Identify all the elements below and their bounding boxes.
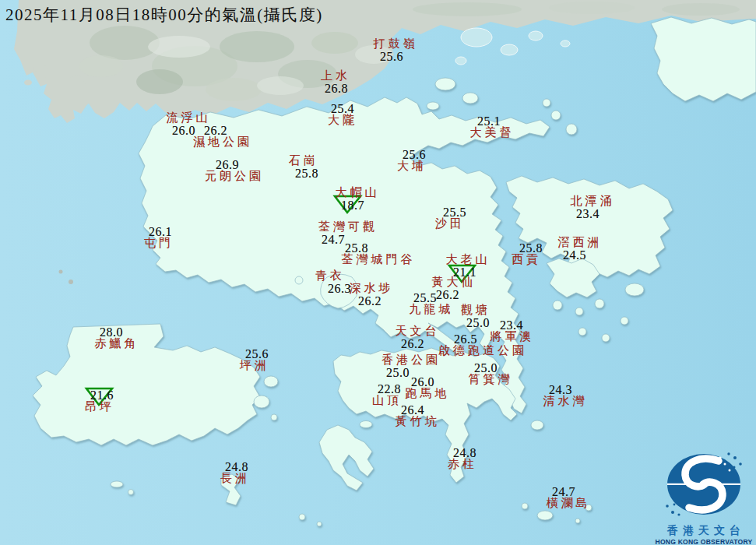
station: 25.8荃灣城門谷 (342, 242, 416, 266)
station-value: 26.2 (186, 125, 245, 137)
station: 25.8西貢 (512, 242, 541, 266)
station-value: 26.9 (198, 159, 257, 171)
station-label: 清水灣 (543, 396, 588, 408)
station-value: 22.8 (374, 383, 404, 396)
station: 24.7橫瀾島 (547, 486, 591, 510)
station-value: 25.6 (242, 348, 272, 360)
station-value: 18.7 (331, 199, 375, 212)
station: 大帽山18.7 (336, 187, 380, 211)
station: 25.6大埔 (397, 149, 427, 173)
station-label: 橫瀾島 (547, 498, 591, 510)
stations-layer: 打鼓嶺25.6上水26.825.4大隴流浮山26.026.2濕地公園26.9元朗… (0, 0, 756, 545)
station-label: 赤鱲角 (95, 338, 139, 350)
station-label: 啟德跑道公園 (438, 345, 527, 357)
station-label: 流浮山 (167, 112, 211, 125)
station: 25.4大隴 (328, 103, 357, 127)
map-title: 2025年11月08日18時00分的氣溫(攝氏度) (5, 4, 323, 26)
station-label: 荃灣城門谷 (342, 254, 416, 266)
station: 青衣26.3 (315, 270, 345, 294)
station-label: 黃竹坑 (396, 416, 440, 428)
station-label: 大隴 (328, 114, 357, 127)
station: 滘西洲24.5 (558, 237, 603, 261)
station-value: 26.2 (348, 295, 392, 308)
station-label: 荃灣可觀 (318, 221, 378, 234)
station: 26.2濕地公園 (193, 125, 252, 149)
station-label: 滘西洲 (558, 237, 603, 249)
station-label: 深水埗 (350, 283, 394, 295)
station-label: 大老山 (446, 254, 491, 266)
station: 大老山21.1 (446, 254, 491, 278)
station-value: 21.6 (87, 389, 117, 402)
station: 26.9元朗公園 (205, 159, 264, 183)
station-value: 26.1 (146, 226, 175, 238)
station: 25.5沙田 (435, 206, 465, 230)
station-value: 25.8 (292, 167, 322, 180)
station-value: 26.4 (391, 404, 435, 417)
station: 上水26.8 (321, 70, 350, 94)
station-value: 23.4 (566, 208, 610, 220)
station-label: 九龍城 (410, 304, 454, 316)
station-value: 25.4 (328, 103, 357, 115)
station-label: 香港公園 (382, 354, 441, 367)
station-value: 24.8 (450, 447, 480, 459)
station-value: 24.7 (542, 486, 586, 498)
station-label: 屯門 (144, 237, 174, 250)
hko-emblem-icon (652, 445, 755, 520)
station: 25.5九龍城 (410, 292, 454, 316)
station: 25.0筲箕灣 (469, 362, 513, 386)
station: 深水埗26.2 (350, 283, 394, 307)
station-value: 25.6 (370, 51, 414, 63)
station-value: 25.0 (464, 362, 508, 374)
station-label: 大埔 (397, 160, 427, 173)
station: 26.5啟德跑道公園 (438, 333, 527, 357)
station: 石崗25.8 (289, 155, 318, 179)
station-label: 昂坪 (85, 401, 114, 413)
station-label: 大帽山 (336, 187, 380, 199)
station-value: 23.4 (490, 319, 534, 332)
station-label: 打鼓嶺 (374, 38, 418, 51)
station-label: 上水 (321, 70, 350, 83)
station-value: 25.8 (320, 242, 394, 255)
station-label: 沙田 (435, 218, 465, 230)
station: 25.6坪洲 (240, 348, 269, 372)
station-value: 24.5 (553, 249, 597, 262)
station: 21.6昂坪 (85, 389, 114, 413)
station-label: 赤柱 (448, 459, 477, 471)
station-label: 濕地公園 (193, 136, 252, 149)
station: 26.1屯門 (144, 226, 174, 250)
station: 24.3清水灣 (543, 384, 588, 408)
station-value: 26.5 (421, 333, 510, 346)
station-label: 筲箕灣 (469, 374, 513, 386)
station: 24.8長洲 (220, 461, 250, 485)
station: 28.0赤鱲角 (95, 326, 139, 350)
station: 打鼓嶺25.6 (374, 38, 418, 62)
station-value: 26.0 (401, 376, 445, 389)
station: 25.1大美督 (470, 115, 515, 139)
station-value: 25.1 (467, 115, 512, 128)
station-value: 26.8 (322, 83, 351, 95)
station-value: 25.5 (403, 292, 448, 304)
station: 24.8赤柱 (448, 447, 477, 471)
station: 26.0跑馬地 (406, 376, 450, 400)
station-label: 西貢 (512, 254, 541, 266)
station: 北潭涌23.4 (571, 195, 615, 220)
station-value: 24.8 (222, 461, 251, 473)
station-label: 元朗公園 (205, 171, 264, 183)
station: 觀塘25.0 (461, 304, 491, 329)
temperature-map-screen: 打鼓嶺25.6上水26.825.4大隴流浮山26.026.2濕地公園26.9元朗… (0, 0, 756, 545)
station-label: 觀塘 (461, 304, 491, 317)
hko-name-chinese: 香港天文台 (652, 524, 755, 538)
station: 26.4黃竹坑 (396, 404, 440, 428)
station-value: 28.0 (90, 326, 134, 339)
station-value: 24.3 (539, 384, 583, 396)
station-value: 25.0 (463, 317, 493, 329)
station-label: 北潭涌 (571, 195, 615, 208)
station-label: 坪洲 (240, 360, 269, 372)
hko-name-english: HONG KONG OBSERVATORY (652, 538, 755, 545)
station-label: 跑馬地 (406, 388, 450, 400)
station-value: 25.6 (399, 149, 429, 161)
station-label: 黃大仙 (432, 276, 476, 289)
station-value: 25.8 (516, 242, 546, 255)
station-label: 石崗 (289, 155, 318, 167)
hko-logo: 香港天文台 HONG KONG OBSERVATORY (652, 445, 755, 543)
